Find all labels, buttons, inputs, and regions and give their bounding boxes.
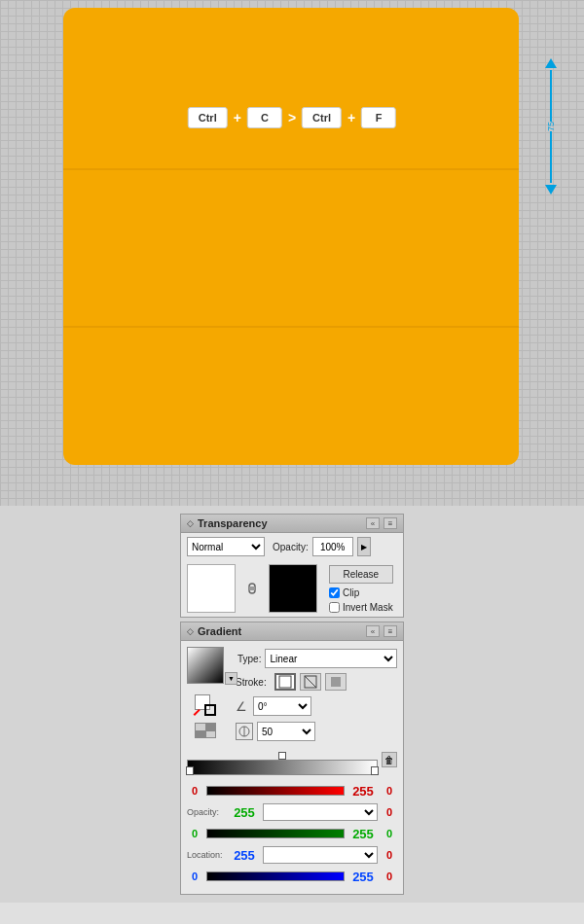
invert-mask-checkbox-row: Invert Mask bbox=[329, 602, 393, 613]
arrow-down-icon bbox=[545, 183, 557, 195]
gradient-preview-box bbox=[187, 647, 224, 684]
gradient-right-col: Type: Linear Stroke: bbox=[230, 645, 403, 744]
invert-mask-checkbox[interactable] bbox=[329, 602, 340, 613]
angle-select[interactable]: 0° bbox=[253, 696, 311, 716]
aspect-select[interactable]: 50 bbox=[257, 722, 315, 741]
b-left-value: 0 bbox=[187, 871, 202, 882]
key-f: F bbox=[361, 107, 396, 128]
svg-rect-3 bbox=[249, 586, 255, 590]
location-dropdown[interactable] bbox=[263, 846, 378, 864]
r-right-value: 255 bbox=[348, 784, 378, 799]
location-row-label: Location: bbox=[187, 850, 226, 860]
svg-line-6 bbox=[305, 676, 316, 688]
color-r-row: 0 255 0 bbox=[187, 781, 397, 800]
grid-cell bbox=[196, 731, 205, 738]
delete-stop-btn[interactable]: 🗑 bbox=[382, 752, 397, 767]
location-color-row: Location: 255 0 bbox=[187, 845, 397, 865]
clip-checkbox-row: Clip bbox=[329, 587, 393, 598]
transparency-options-row: Normal Opacity: ▶ bbox=[181, 533, 403, 560]
card-divider-2 bbox=[63, 326, 519, 328]
gradient-dropdown-btn[interactable]: ▼ bbox=[225, 672, 237, 685]
stroke-label: Stroke: bbox=[236, 677, 267, 688]
gradient-collapse-btn[interactable]: « bbox=[366, 625, 380, 637]
transparency-panel: ◇ Transparency « ≡ Normal Opacity: ▶ bbox=[180, 514, 404, 618]
gradient-menu-btn[interactable]: ≡ bbox=[383, 625, 397, 637]
opacity-right-value: 0 bbox=[382, 806, 397, 818]
grid-cell bbox=[206, 724, 216, 730]
type-label: Type: bbox=[237, 654, 261, 664]
transparency-panel-controls[interactable]: « ≡ bbox=[366, 517, 397, 529]
transparency-title: Transparency bbox=[198, 517, 268, 529]
stroke-btn-2[interactable] bbox=[300, 673, 321, 691]
transparency-menu-btn[interactable]: ≡ bbox=[383, 517, 397, 529]
b-far-right-value: 0 bbox=[382, 871, 397, 882]
color-b-row: 0 255 0 bbox=[187, 867, 397, 886]
gradient-title-left: ◇ Gradient bbox=[187, 625, 241, 637]
transparency-thumbs-row: Release Clip Invert Mask bbox=[181, 560, 403, 617]
opacity-dropdown[interactable] bbox=[263, 803, 378, 821]
transparency-collapse-btn[interactable]: « bbox=[366, 517, 380, 529]
gradient-stop-right[interactable] bbox=[371, 766, 379, 775]
arrow-up-icon bbox=[545, 58, 557, 70]
gradient-main-body: ▼ Type: bbox=[181, 641, 403, 748]
svg-rect-4 bbox=[279, 676, 291, 688]
stroke-btn-3[interactable] bbox=[325, 673, 347, 691]
gradient-panel: ◇ Gradient « ≡ ▼ bbox=[180, 622, 404, 895]
location-right-value: 0 bbox=[382, 849, 397, 861]
panels-area: ◇ Transparency « ≡ Normal Opacity: ▶ bbox=[0, 506, 584, 903]
angle-icon: ∠ bbox=[236, 699, 247, 714]
stroke-btn-1[interactable] bbox=[274, 673, 296, 691]
color-g-row: 0 255 0 bbox=[187, 824, 397, 843]
mask-thumbnail bbox=[269, 564, 317, 613]
opacity-row-label: Opacity: bbox=[187, 807, 226, 817]
ruler-line bbox=[550, 70, 552, 122]
gradient-panel-controls[interactable]: « ≡ bbox=[366, 625, 397, 637]
ruler-line-2 bbox=[550, 131, 552, 183]
type-select[interactable]: Linear bbox=[265, 649, 397, 668]
b-gradient-strip bbox=[206, 871, 345, 881]
aspect-row: 50 bbox=[230, 719, 403, 744]
release-button[interactable]: Release bbox=[329, 565, 393, 584]
transparency-title-left: ◇ Transparency bbox=[187, 517, 268, 529]
key-ctrl-2: Ctrl bbox=[302, 107, 342, 128]
opacity-arrow-btn[interactable]: ▶ bbox=[357, 537, 371, 556]
b-right-value: 255 bbox=[348, 870, 378, 884]
r-left-value: 0 bbox=[187, 785, 202, 797]
opacity-color-row: Opacity: 255 0 bbox=[187, 802, 397, 822]
g-gradient-strip bbox=[206, 829, 345, 838]
g-far-right-value: 0 bbox=[382, 828, 397, 839]
location-center-value: 255 bbox=[230, 848, 259, 863]
transparency-titlebar: ◇ Transparency « ≡ bbox=[181, 515, 403, 533]
blend-mode-select[interactable]: Normal bbox=[187, 537, 265, 556]
collapse-icon: ◇ bbox=[187, 518, 194, 528]
gradient-preview-wrapper: ▼ bbox=[187, 647, 224, 684]
link-icon bbox=[243, 580, 261, 597]
svg-marker-0 bbox=[545, 58, 557, 68]
ruler-arrow: 75 bbox=[543, 58, 559, 195]
gradient-bar-wrapper bbox=[187, 752, 378, 775]
gradient-left-col: ▼ bbox=[181, 645, 230, 744]
opacity-label: Opacity: bbox=[273, 542, 309, 552]
gradient-bar bbox=[187, 760, 378, 775]
angle-row: ∠ 0° bbox=[230, 693, 403, 719]
r-gradient-strip bbox=[206, 786, 345, 796]
gradient-title: Gradient bbox=[198, 625, 241, 637]
gradient-midpoint-marker[interactable] bbox=[278, 752, 286, 760]
gradient-titlebar: ◇ Gradient « ≡ bbox=[181, 622, 403, 641]
g-left-value: 0 bbox=[187, 828, 202, 839]
grid-cell bbox=[206, 731, 216, 738]
layer-thumbnail bbox=[187, 564, 236, 613]
type-row: Type: Linear bbox=[230, 645, 403, 670]
gradient-collapse-icon: ◇ bbox=[187, 626, 194, 636]
gradient-stop-left[interactable] bbox=[186, 766, 194, 775]
opacity-input[interactable] bbox=[312, 537, 353, 556]
arrow: > bbox=[288, 110, 296, 125]
clip-checkbox[interactable] bbox=[329, 587, 340, 598]
opacity-center-value: 255 bbox=[230, 805, 259, 820]
invert-mask-label: Invert Mask bbox=[343, 602, 393, 613]
plus-1: + bbox=[234, 110, 241, 125]
shortcut-row: Ctrl + C > Ctrl + F bbox=[188, 107, 396, 128]
ruler-label: 75 bbox=[546, 122, 556, 131]
stroke-box bbox=[204, 704, 216, 716]
orange-card bbox=[63, 8, 519, 465]
